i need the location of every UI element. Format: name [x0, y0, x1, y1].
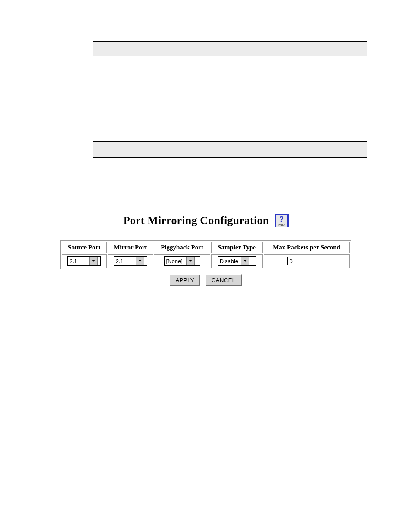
help-question-mark: ? — [276, 215, 287, 223]
mirror-port-value: 2.1 — [114, 257, 136, 265]
spec-cell — [93, 123, 184, 142]
chevron-down-icon — [136, 257, 144, 265]
spec-cell — [184, 68, 367, 104]
config-panel: Source Port Mirror Port Piggyback Port S… — [60, 240, 351, 286]
config-table: Source Port Mirror Port Piggyback Port S… — [60, 240, 351, 269]
mirror-port-select[interactable]: 2.1 — [114, 256, 147, 266]
col-max-pps: Max Packets per Second — [264, 242, 350, 253]
chevron-down-icon — [89, 257, 98, 265]
help-label: Help — [276, 223, 287, 226]
source-port-value: 2.1 — [68, 257, 89, 265]
page-top-rule — [37, 22, 374, 22]
page-bottom-rule — [37, 439, 374, 439]
svg-marker-1 — [138, 260, 142, 262]
piggyback-port-value: [None] — [165, 257, 186, 265]
spec-cell — [93, 68, 184, 104]
chevron-down-icon — [186, 257, 195, 265]
button-row: APPLY CANCEL — [60, 274, 351, 286]
help-icon[interactable]: ? Help — [275, 214, 288, 227]
col-source-port: Source Port — [62, 242, 107, 253]
col-piggyback-port: Piggyback Port — [154, 242, 210, 253]
sampler-type-select[interactable]: Disable — [218, 256, 256, 266]
spec-header-left — [93, 42, 184, 56]
col-sampler-type: Sampler Type — [211, 242, 263, 253]
spec-cell — [93, 56, 184, 68]
config-header-row: Source Port Mirror Port Piggyback Port S… — [62, 242, 350, 253]
spec-table — [93, 41, 367, 158]
spec-cell — [184, 123, 367, 142]
config-value-row: 2.1 2.1 [None] — [62, 254, 350, 268]
max-pps-input[interactable] — [287, 257, 326, 265]
source-port-select[interactable]: 2.1 — [67, 256, 101, 266]
svg-marker-2 — [189, 260, 192, 262]
spec-footer — [93, 142, 367, 158]
svg-marker-3 — [243, 260, 247, 262]
piggyback-port-select[interactable]: [None] — [164, 256, 200, 266]
spec-cell — [93, 104, 184, 123]
svg-marker-0 — [92, 260, 95, 262]
col-mirror-port: Mirror Port — [108, 242, 153, 253]
cancel-button[interactable]: CANCEL — [206, 274, 242, 286]
apply-button[interactable]: APPLY — [169, 274, 200, 286]
spec-cell — [184, 56, 367, 68]
spec-cell — [184, 104, 367, 123]
panel-title-row: Port Mirroring Configuration ? Help — [37, 214, 374, 227]
sampler-type-value: Disable — [218, 257, 241, 265]
spec-header-right — [184, 42, 367, 56]
chevron-down-icon — [241, 257, 249, 265]
panel-title: Port Mirroring Configuration — [123, 214, 269, 227]
